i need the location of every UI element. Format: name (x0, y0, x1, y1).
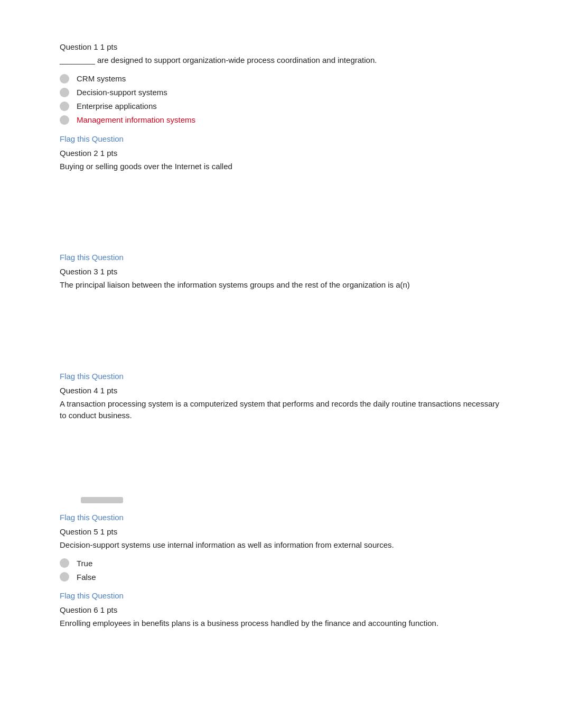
answer-option[interactable]: Management information systems (60, 115, 501, 125)
false-label: False (77, 573, 96, 582)
question-3-pts: 1 pts (100, 267, 118, 276)
answer-label: Decision-support systems (77, 88, 167, 97)
answer-option[interactable]: Decision-support systems (60, 88, 501, 97)
flag-question-2-link[interactable]: Flag this Question (60, 253, 501, 262)
radio-icon[interactable] (60, 74, 69, 84)
true-option[interactable]: True (60, 558, 501, 568)
question-5: Question 5 1 pts Decision-support system… (60, 527, 501, 601)
answer-label: CRM systems (77, 74, 126, 83)
radio-icon[interactable] (60, 88, 69, 97)
answer-label-incorrect: Management information systems (77, 115, 195, 124)
question-6-label: Question 6 (60, 605, 98, 614)
true-label: True (77, 559, 92, 568)
flag-question-3-link[interactable]: Flag this Question (60, 372, 501, 381)
flag-question-4-link[interactable]: Flag this Question (60, 513, 501, 522)
radio-icon[interactable] (60, 115, 69, 125)
question-3-label: Question 3 (60, 267, 98, 276)
radio-icon[interactable] (60, 102, 69, 111)
answer-space-2 (60, 180, 501, 243)
question-6-pts: 1 pts (100, 605, 118, 614)
question-4-label: Question 4 (60, 386, 98, 395)
question-3: Question 3 1 pts The principal liaison b… (60, 267, 501, 381)
question-5-label: Question 5 (60, 527, 98, 536)
question-6: Question 6 1 pts Enrolling employees in … (60, 605, 501, 630)
answer-space-3 (60, 299, 501, 362)
question-2-label: Question 2 (60, 149, 98, 158)
false-option[interactable]: False (60, 572, 501, 582)
answer-space-4 (60, 429, 501, 493)
question-5-text: Decision-support systems use internal in… (60, 539, 501, 551)
question-4: Question 4 1 pts A transaction processin… (60, 386, 501, 522)
radio-icon[interactable] (60, 558, 69, 568)
question-2-header: Question 2 1 pts (60, 149, 501, 158)
question-3-text: The principal liaison between the inform… (60, 279, 501, 291)
answer-option[interactable]: Enterprise applications (60, 102, 501, 111)
question-4-pts: 1 pts (100, 386, 118, 395)
flag-question-5-link[interactable]: Flag this Question (60, 591, 501, 600)
radio-icon[interactable] (60, 572, 69, 582)
question-6-header: Question 6 1 pts (60, 605, 501, 614)
question-1-text: ________ are designed to support organiz… (60, 54, 501, 67)
question-2-text: Buying or selling goods over the Interne… (60, 161, 501, 173)
question-2: Question 2 1 pts Buying or selling goods… (60, 149, 501, 262)
answer-label: Enterprise applications (77, 102, 157, 110)
question-2-pts: 1 pts (100, 149, 118, 158)
flag-question-1-link[interactable]: Flag this Question (60, 134, 501, 143)
question-4-text: A transaction processing system is a com… (60, 398, 501, 422)
question-6-text: Enrolling employees in benefits plans is… (60, 618, 501, 630)
question-1-label: Question 1 (60, 42, 98, 51)
question-1-header: Question 1 1 pts (60, 42, 501, 51)
question-5-header: Question 5 1 pts (60, 527, 501, 536)
divider-bar (81, 497, 123, 503)
question-4-header: Question 4 1 pts (60, 386, 501, 395)
answer-option[interactable]: CRM systems (60, 74, 501, 84)
question-1: Question 1 1 pts ________ are designed t… (60, 42, 501, 143)
question-1-pts: 1 pts (100, 42, 118, 51)
question-3-header: Question 3 1 pts (60, 267, 501, 276)
question-5-pts: 1 pts (100, 527, 118, 536)
